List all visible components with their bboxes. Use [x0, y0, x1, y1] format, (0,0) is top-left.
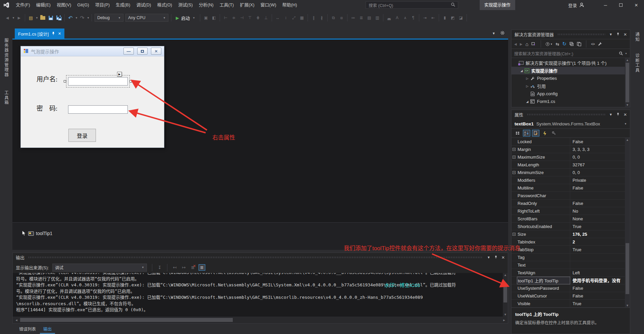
password-label[interactable]: 密 码:: [37, 103, 57, 112]
same-size-icon[interactable]: ⤢: [290, 13, 298, 22]
dock-tab[interactable]: 服务器资源管理器: [3, 36, 9, 79]
menu-item[interactable]: 调试(D): [133, 0, 154, 10]
resize-handle-right[interactable]: [129, 80, 132, 82]
view-code-icon[interactable]: <>: [591, 42, 595, 46]
properties-window-icon[interactable]: ◧: [210, 13, 218, 22]
username-label[interactable]: 用户名:: [37, 74, 57, 83]
save-icon[interactable]: [47, 13, 55, 22]
property-value[interactable]: True: [570, 300, 625, 308]
new-project-icon[interactable]: ▤: [27, 13, 35, 22]
property-value[interactable]: False: [570, 138, 625, 146]
align-right-icon[interactable]: ⊣: [238, 13, 246, 22]
smart-tag-button[interactable]: ▶: [117, 72, 122, 76]
menu-item[interactable]: 编辑(E): [33, 0, 54, 10]
property-row[interactable]: Text: [512, 261, 630, 269]
close-panel-icon[interactable]: ✕: [501, 255, 505, 260]
dropdown-caret-icon[interactable]: ▼: [192, 16, 196, 19]
pin-icon[interactable]: [616, 112, 620, 117]
login-button[interactable]: 登录: [68, 129, 96, 142]
font-shrink-icon[interactable]: ᴀ: [401, 13, 409, 22]
comment-icon[interactable]: ◛: [385, 13, 393, 22]
tree-item[interactable]: App.config: [512, 90, 630, 98]
menu-item[interactable]: 工具(T): [217, 0, 237, 10]
property-value[interactable]: 0, 0: [570, 169, 625, 176]
property-value[interactable]: 使用手机号码登录，没有: [570, 277, 625, 284]
property-name[interactable]: Text: [517, 261, 570, 269]
properties-icon[interactable]: [598, 42, 602, 46]
collapsed-icon[interactable]: ▷: [525, 77, 530, 80]
start-debugging-button[interactable]: ▶启动▼: [174, 13, 198, 22]
property-value[interactable]: True: [570, 223, 625, 230]
bookmark-prev-icon[interactable]: ◩: [449, 13, 457, 22]
property-name[interactable]: UseSystemPassword: [517, 284, 570, 292]
property-value[interactable]: [570, 261, 625, 269]
expand-icon[interactable]: +: [513, 171, 516, 174]
send-back-icon[interactable]: ⧈: [337, 13, 345, 22]
next-message-icon[interactable]: ↦: [180, 265, 187, 270]
expand-icon[interactable]: +: [513, 233, 516, 236]
property-pages-icon[interactable]: [550, 130, 557, 136]
dropdown-caret-icon[interactable]: ▼: [12, 16, 15, 19]
save-all-icon[interactable]: [55, 13, 63, 22]
property-value[interactable]: [570, 254, 625, 261]
snap-lines-icon[interactable]: ▥: [373, 13, 381, 22]
panel-tab-active[interactable]: 输出: [40, 324, 55, 334]
property-value[interactable]: None: [570, 215, 625, 223]
search-icon[interactable]: [451, 2, 455, 8]
scope-to-icon[interactable]: ▣: [202, 13, 210, 22]
output-vertical-scrollbar[interactable]: ▲ ▼: [503, 273, 508, 317]
solution-search-input[interactable]: 搜索解决方案资源管理器(Ctrl+;) ▼: [512, 49, 630, 58]
property-row[interactable]: RightToLeftNo: [512, 207, 630, 215]
property-name[interactable]: Size: [517, 230, 570, 238]
same-width-icon[interactable]: ↔: [274, 13, 282, 22]
menu-item[interactable]: 窗口(W): [258, 0, 279, 10]
property-name[interactable]: ReadOnly: [517, 200, 570, 207]
style-icon[interactable]: ¶: [409, 13, 417, 22]
properties-scrollbar[interactable]: ▲ ▼: [625, 138, 630, 308]
open-folder-icon[interactable]: [39, 13, 47, 22]
form-maximize-button[interactable]: [137, 48, 148, 55]
tree-item[interactable]: ▷Properties: [512, 74, 630, 82]
align-left-icon[interactable]: ⊢: [222, 13, 230, 22]
property-value[interactable]: False: [570, 184, 625, 192]
username-textbox[interactable]: [68, 77, 128, 86]
align-bottom-icon[interactable]: ⊥: [262, 13, 270, 22]
copy-path-icon[interactable]: [577, 42, 581, 46]
property-value[interactable]: Left: [570, 269, 625, 277]
expanded-icon[interactable]: ◢: [519, 69, 524, 72]
nav-back-icon[interactable]: ◀: [3, 13, 11, 22]
events-icon[interactable]: ϟ: [541, 130, 548, 136]
solution-tree-scrollbar[interactable]: ▲ ▼: [625, 58, 630, 107]
property-row[interactable]: ReadOnlyFalse: [512, 200, 630, 207]
designer-form[interactable]: 气泡提示操作 — ✕ 用户名: ▶ 密 码: 登录: [20, 46, 164, 148]
align-top-icon[interactable]: ⊤: [246, 13, 254, 22]
property-row[interactable]: TabStopTrue: [512, 246, 630, 254]
property-value[interactable]: 176, 25: [570, 230, 625, 238]
alphabetical-sort-icon[interactable]: AZ: [523, 130, 530, 136]
property-row[interactable]: VisibleTrue: [512, 300, 630, 308]
output-horizontal-scrollbar[interactable]: ◂ ▸: [13, 317, 508, 323]
property-row[interactable]: MaxLength32767: [512, 161, 630, 169]
property-name[interactable]: TextAlign: [517, 269, 570, 277]
property-row[interactable]: MultilineFalse: [512, 184, 630, 192]
sync-with-active-document-icon[interactable]: ⇆: [555, 42, 559, 47]
size-to-grid-icon[interactable]: ▦: [298, 13, 306, 22]
output-text-area[interactable]: “实现提示操作.exe”(CLR v4.0.30319: 实现提示操作.exe)…: [13, 273, 508, 317]
nav-forward-icon[interactable]: ▶: [15, 13, 23, 22]
tree-item[interactable]: ◢Form1.cs: [512, 98, 630, 105]
dock-tab[interactable]: 工具箱: [3, 89, 9, 107]
property-name[interactable]: MaximumSize: [517, 153, 570, 161]
home-icon[interactable]: ⌂: [525, 41, 528, 47]
property-row[interactable]: Tag: [512, 254, 630, 261]
property-row[interactable]: +MaximumSize0, 0: [512, 153, 630, 161]
properties-view-icon[interactable]: [532, 130, 539, 136]
close-panel-icon[interactable]: ✕: [624, 32, 627, 37]
menu-item[interactable]: 视图(V): [54, 0, 74, 10]
menu-item[interactable]: Git(G): [74, 0, 92, 10]
property-row[interactable]: +Size176, 25: [512, 230, 630, 238]
tree-item[interactable]: 解决方案“实现提示操作”(1 个项目/共 1 个): [512, 59, 630, 67]
property-value[interactable]: Private: [570, 176, 625, 184]
expanded-icon[interactable]: ◢: [525, 100, 530, 103]
resize-handle-left[interactable]: [64, 80, 66, 82]
property-value[interactable]: [570, 192, 625, 200]
